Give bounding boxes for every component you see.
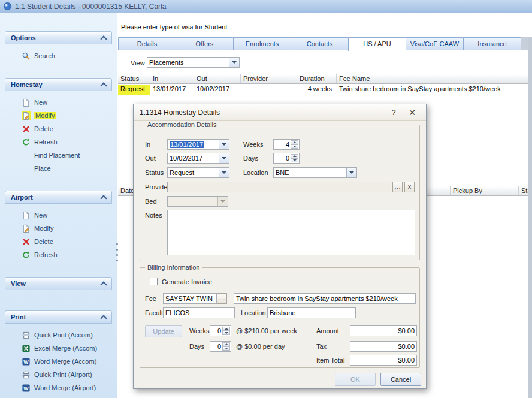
dropdown-arrow-icon[interactable] [219,153,229,163]
tab-visa-coe-caaw[interactable]: Visa/CoE CAAW [406,37,464,50]
fee-browse-button[interactable]: … [217,293,227,304]
sidebar-item-word-merge-airport[interactable]: W Word Merge (Airport) [0,381,117,394]
sidebar-item-homestay-new[interactable]: New [0,96,117,109]
sidebar-item-quick-print-accom[interactable]: Quick Print (Accom) [0,328,117,342]
sidebar-item-homestay-delete[interactable]: Delete [0,122,117,135]
tab-enrolments[interactable]: Enrolments [233,37,291,50]
svg-text:W: W [23,359,29,365]
section-header-options[interactable]: Options [5,31,112,44]
dialog-titlebar: 1.1314 Homestay Details ? ✕ [134,104,426,121]
placements-table-row[interactable]: Request 13/01/2017 10/02/2017 4 weeks Tw… [118,85,532,95]
cancel-button[interactable]: Cancel [380,373,421,386]
search-icon [22,52,31,61]
per-week-text: @ $210.00 per week [236,327,297,334]
days-spinner[interactable]: 0 [273,153,300,164]
col-header-fee-name[interactable]: Fee Name [337,74,532,83]
weeks-label: Weeks [243,141,263,148]
in-date-value: 13/01/2017 [170,141,204,148]
tab-contacts[interactable]: Contacts [291,37,349,50]
section-header-homestay[interactable]: Homestay [5,78,112,91]
billing-weeks-spinner[interactable]: 0 [210,325,231,336]
chevron-up-icon [100,315,107,321]
sidebar-item-airport-new[interactable]: New [0,209,117,222]
cell-status: Request [118,85,150,95]
section-header-airport[interactable]: Airport [5,191,112,204]
col-header-status[interactable]: Status [118,74,150,83]
spin-up-icon[interactable] [222,342,230,346]
sidebar-item-homestay-refresh[interactable]: Refresh [0,135,117,149]
sidebar-item-airport-modify[interactable]: Modify [0,222,117,235]
sidebar-item-label: Word Merge (Accom) [34,358,96,365]
billing-days-spinner[interactable]: 0 [210,341,231,352]
sidebar-item-find-placement[interactable]: Find Placement [0,149,117,162]
help-button[interactable]: ? [388,108,400,117]
provider-clear-button[interactable]: x [404,182,415,192]
amount-field[interactable]: $0.00 [350,325,417,336]
col-header-in[interactable]: In [150,74,194,83]
spin-down-icon[interactable] [222,346,230,351]
dropdown-arrow-icon[interactable] [229,58,239,67]
cell-provider [241,85,297,95]
billing-location-field[interactable]: Brisbane [267,307,356,318]
weeks-spinner[interactable]: 4 [273,139,300,150]
item-total-field[interactable]: $0.00 [350,355,417,366]
col-header-pickup-by[interactable]: Pickup By [451,186,519,195]
sidebar-item-airport-refresh[interactable]: Refresh [0,248,117,261]
cell-in: 13/01/2017 [150,85,194,95]
delete-icon [22,125,31,134]
notes-textarea[interactable] [167,210,415,255]
tab-offers[interactable]: Offers [176,37,234,50]
amount-value: $0.00 [398,327,415,334]
col-header-provider[interactable]: Provider [241,74,297,83]
fee-code-field[interactable]: SAYSTAY TWIN [163,293,217,304]
spin-down-icon[interactable] [291,158,298,162]
tab-insurance[interactable]: Insurance [463,37,521,50]
sidebar-item-excel-merge-accom[interactable]: Excel Merge (Accom) [0,342,117,355]
generate-invoice-label: Generate Invoice [162,278,212,285]
in-date-field[interactable]: 13/01/2017 [167,139,229,150]
spin-up-icon[interactable] [291,154,298,158]
update-button[interactable]: Update [145,325,182,337]
view-select[interactable]: Placements [147,57,240,68]
item-total-value: $0.00 [398,357,415,364]
sidebar-item-airport-delete[interactable]: Delete [0,235,117,248]
col-header-out[interactable]: Out [194,74,241,83]
tab-details[interactable]: Details [118,37,176,50]
tab-hs-apu[interactable]: HS / APU [348,37,406,51]
bed-select[interactable] [167,196,228,207]
provider-field[interactable] [167,182,391,192]
vertical-scrollbar[interactable] [528,37,532,398]
sidebar-item-word-merge-accom[interactable]: W Word Merge (Accom) [0,355,117,368]
homestay-details-dialog: 1.1314 Homestay Details ? ✕ Accommodatio… [133,104,427,389]
fee-description-field[interactable]: Twin share bedroom in SayStay apartments… [234,293,416,304]
tab-strip: Details Offers Enrolments Contacts HS / … [118,37,532,50]
sidebar-item-place[interactable]: Place [0,162,117,175]
dropdown-arrow-icon[interactable] [346,168,356,177]
out-date-field[interactable]: 10/02/2017 [167,153,229,164]
chevron-up-icon [100,82,107,89]
spin-up-icon[interactable] [291,140,298,144]
section-header-view[interactable]: View [5,277,112,290]
sidebar-item-label: Delete [34,238,53,245]
sidebar-item-homestay-modify[interactable]: Modify [0,109,117,122]
sidebar-item-search[interactable]: Search [0,49,117,62]
generate-invoice-checkbox[interactable] [150,278,158,285]
status-select[interactable]: Request [167,167,229,178]
location-select[interactable]: BNE [273,167,357,178]
no-icon [22,164,31,173]
spin-down-icon[interactable] [222,331,230,335]
section-header-print[interactable]: Print [5,310,112,324]
word-icon: W [22,357,31,366]
tax-field[interactable]: $0.00 [350,341,417,352]
dropdown-arrow-icon[interactable] [219,140,229,149]
sidebar-item-quick-print-airport[interactable]: Quick Print (Airport) [0,368,117,381]
spin-down-icon[interactable] [291,144,298,149]
dropdown-arrow-icon[interactable] [219,168,229,177]
col-header-duration[interactable]: Duration [297,74,337,83]
close-icon[interactable]: ✕ [404,108,420,117]
spin-up-icon[interactable] [222,327,230,331]
ok-button[interactable]: OK [335,373,376,386]
faculty-field[interactable]: ELICOS [163,307,235,318]
days-value: 0 [286,155,289,162]
provider-browse-button[interactable]: … [392,182,403,192]
